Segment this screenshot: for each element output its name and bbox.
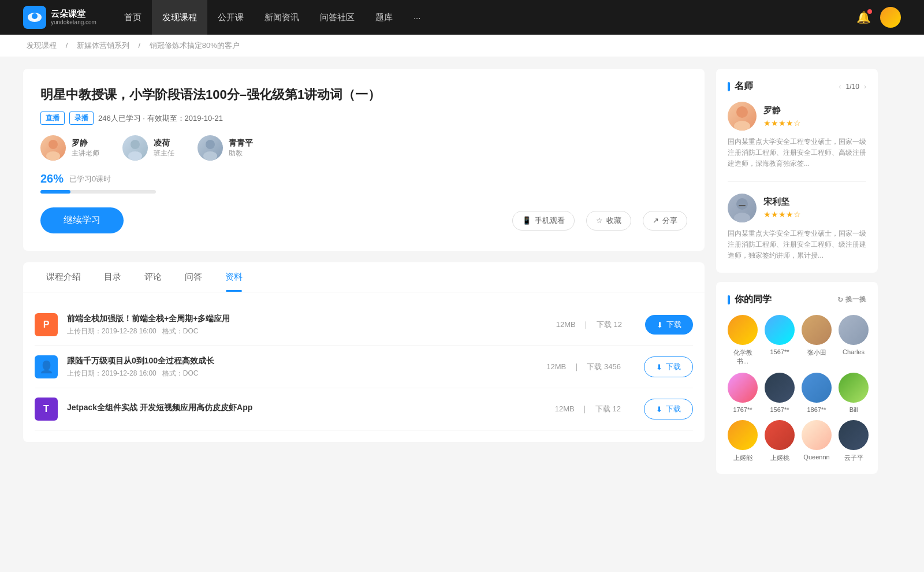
progress-section: 26% 已学习0课时: [40, 172, 687, 194]
classmate-6-avatar: [765, 373, 795, 403]
nav-right: 🔔: [856, 7, 901, 28]
breadcrumb-item-1[interactable]: 发现课程: [27, 41, 57, 50]
classmate-9[interactable]: 上姬能: [728, 420, 758, 462]
nav-public[interactable]: 公开课: [207, 0, 254, 35]
svg-point-9: [734, 121, 750, 131]
classmate-8[interactable]: Bill: [839, 373, 869, 413]
action-buttons: 📱 手机观看 ☆ 收藏 ↗ 分享: [512, 211, 687, 231]
tab-catalog[interactable]: 目录: [92, 262, 133, 292]
resource-info-1: 前端全栈加强版！前端全栈+全周期+多端应用 上传日期：2019-12-28 16…: [67, 314, 533, 336]
sidebar-teacher-2-avatar: [728, 194, 757, 222]
classmate-3[interactable]: 张小田: [802, 315, 832, 366]
svg-point-10: [736, 198, 748, 210]
resource-meta-1: 上传日期：2019-12-28 16:00 格式：DOC: [67, 326, 533, 336]
resource-item-1: P 前端全栈加强版！前端全栈+全周期+多端应用 上传日期：2019-12-28 …: [35, 304, 693, 346]
breadcrumb-item-2[interactable]: 新媒体营销系列: [77, 41, 129, 50]
teachers-sidebar-title: 名师 ‹ 1/10 ›: [728, 80, 866, 92]
download-button-2[interactable]: ⬇ 下载: [644, 356, 693, 377]
svg-rect-12: [739, 205, 746, 206]
continue-button[interactable]: 继续学习: [40, 207, 124, 233]
svg-point-3: [46, 151, 60, 161]
sidebar-teacher-2: 宋利坚 ★★★★☆ 国内某重点大学安全工程专业硕士，国家一级注册消防工程师、注册…: [728, 194, 866, 262]
tabs-navigation: 课程介绍 目录 评论 问答 资料: [23, 262, 705, 292]
notification-bell[interactable]: 🔔: [856, 10, 871, 24]
classmate-4-name: Charles: [843, 348, 865, 355]
nav-qa[interactable]: 问答社区: [310, 0, 365, 35]
resource-info-2: 跟随千万级项目从0到100全过程高效成长 上传日期：2019-12-28 16:…: [67, 356, 523, 378]
classmate-11-avatar: [802, 420, 832, 450]
refresh-icon: ↻: [837, 296, 843, 304]
classmate-2-avatar: [765, 315, 795, 345]
teacher-3-avatar: [198, 135, 223, 161]
logo-icon: [23, 6, 46, 29]
resource-meta-2: 上传日期：2019-12-28 16:00 格式：DOC: [67, 369, 523, 378]
refresh-classmates-button[interactable]: ↻ 换一换: [837, 295, 866, 304]
tab-comment[interactable]: 评论: [133, 262, 173, 292]
classmate-11-name: Queennn: [803, 454, 829, 460]
teacher-1-role: 主讲老师: [72, 148, 99, 158]
navigation: 云朵课堂 yundoketang.com 首页 发现课程 公开课 新闻资讯 问答…: [0, 0, 924, 35]
nav-quiz[interactable]: 题库: [365, 0, 403, 35]
logo[interactable]: 云朵课堂 yundoketang.com: [23, 6, 96, 29]
next-teacher-arrow[interactable]: ›: [864, 83, 866, 91]
resource-item-3: T Jetpack全组件实战 开发短视频应用高仿皮皮虾App 12MB ｜ 下载…: [35, 388, 693, 430]
resource-name-2: 跟随千万级项目从0到100全过程高效成长: [67, 356, 523, 366]
teacher-2-info: 凌荷 班主任: [154, 138, 174, 158]
tab-resource[interactable]: 资料: [214, 262, 254, 292]
classmate-2[interactable]: 1567**: [765, 315, 795, 366]
classmate-10[interactable]: 上姬桃: [765, 420, 795, 462]
svg-point-1: [32, 13, 38, 19]
course-header-card: 明星中教授课，小学阶段语法100分–强化级第1讲动词（一） 直播 录播 246人…: [23, 69, 705, 251]
classmate-12-name: 云子平: [844, 454, 863, 462]
classmate-1[interactable]: 化学教书...: [728, 315, 758, 366]
main-layout: 明星中教授课，小学阶段语法100分–强化级第1讲动词（一） 直播 录播 246人…: [0, 57, 901, 495]
classmate-12[interactable]: 云子平: [839, 420, 869, 462]
download-icon: ⬇: [657, 321, 663, 329]
share-icon: ↗: [653, 216, 659, 225]
classmate-7[interactable]: 1867**: [802, 373, 832, 413]
sidebar-right: 名师 ‹ 1/10 ›: [716, 69, 878, 483]
nav-more[interactable]: ···: [403, 0, 431, 35]
nav-home[interactable]: 首页: [114, 0, 152, 35]
classmate-1-name: 化学教书...: [728, 348, 758, 366]
svg-point-6: [206, 140, 215, 149]
prev-teacher-arrow[interactable]: ‹: [839, 83, 841, 91]
classmate-5[interactable]: 1767**: [728, 373, 758, 413]
teacher-3: 青青平 助教: [198, 135, 253, 161]
sidebar-teacher-2-desc: 国内某重点大学安全工程专业硕士，国家一级注册消防工程师、注册安全工程师、级注册建…: [728, 228, 866, 262]
resource-stats-3: 12MB ｜ 下载 12: [553, 404, 623, 414]
classmate-11[interactable]: Queennn: [802, 420, 832, 462]
breadcrumb-item-3: 销冠修炼术搞定80%的客户: [150, 41, 240, 50]
progress-text: 已学习0课时: [69, 174, 111, 184]
mobile-watch-button[interactable]: 📱 手机观看: [512, 211, 575, 231]
sidebar-teacher-1-stars: ★★★★☆: [763, 118, 801, 128]
resource-name-3: Jetpack全组件实战 开发短视频应用高仿皮皮虾App: [67, 403, 532, 413]
classmate-9-name: 上姬能: [733, 454, 752, 462]
resource-stats-1: 12MB ｜ 下载 12: [554, 320, 624, 330]
course-title: 明星中教授课，小学阶段语法100分–强化级第1讲动词（一）: [40, 86, 687, 103]
tab-intro[interactable]: 课程介绍: [35, 262, 92, 292]
sidebar-teacher-2-header: 宋利坚 ★★★★☆: [728, 194, 866, 222]
classmate-4[interactable]: Charles: [839, 315, 869, 366]
collect-button[interactable]: ☆ 收藏: [586, 211, 631, 231]
svg-point-2: [49, 140, 58, 149]
download-button-1[interactable]: ⬇ 下载: [645, 315, 693, 335]
nav-discover[interactable]: 发现课程: [152, 0, 207, 35]
resource-icon-3: T: [35, 398, 58, 421]
download-icon-2: ⬇: [656, 363, 662, 372]
resource-info-3: Jetpack全组件实战 开发短视频应用高仿皮皮虾App: [67, 403, 532, 415]
tab-qa[interactable]: 问答: [173, 262, 214, 292]
user-avatar[interactable]: [880, 7, 901, 28]
download-button-3[interactable]: ⬇ 下载: [644, 399, 693, 419]
sidebar-teacher-2-name: 宋利坚: [763, 196, 801, 207]
share-button[interactable]: ↗ 分享: [643, 211, 687, 231]
teacher-3-name: 青青平: [229, 138, 253, 148]
teacher-1-name: 罗静: [72, 138, 99, 148]
progress-bar-fill: [40, 190, 70, 194]
teachers-list: 罗静 主讲老师 凌荷 班主任: [40, 135, 687, 161]
sidebar-teacher-2-stars: ★★★★☆: [763, 210, 801, 219]
teacher-2-name: 凌荷: [154, 138, 174, 148]
classmate-6[interactable]: 1567**: [765, 373, 795, 413]
teacher-2: 凌荷 班主任: [122, 135, 174, 161]
nav-news[interactable]: 新闻资讯: [254, 0, 310, 35]
